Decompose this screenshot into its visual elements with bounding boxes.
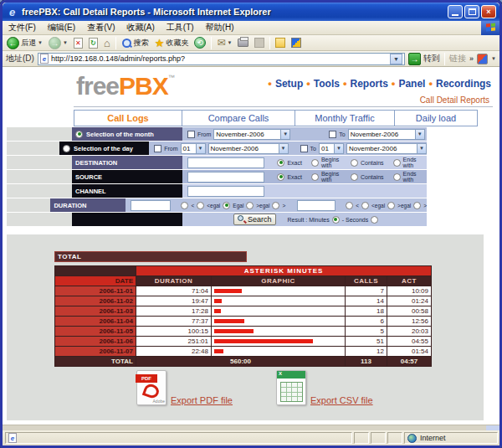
home-icon: ⌂ [104, 38, 110, 49]
month-from-checkbox[interactable] [187, 131, 195, 138]
links-chevron-icon[interactable]: » [469, 54, 474, 63]
date-cell[interactable]: 2006-11-02 [55, 296, 136, 306]
day-from-checkbox[interactable] [154, 145, 161, 152]
duration-min-input[interactable] [131, 200, 171, 211]
duration-gte-radio[interactable] [246, 202, 254, 209]
export-pdf-link[interactable]: Export PDF file [171, 395, 233, 405]
duration2-gt-radio[interactable] [413, 202, 421, 209]
address-input[interactable]: e http://192.168.0.148/admin/reports.php… [38, 53, 405, 65]
source-input[interactable] [187, 172, 264, 183]
duration-max-input[interactable] [297, 200, 336, 211]
month-mode-radio[interactable] [75, 131, 83, 138]
menu-favorites[interactable]: 收藏(A) [120, 21, 160, 34]
history-button[interactable]: ⟲ [192, 37, 207, 49]
horizontal-scrollbar[interactable] [3, 425, 499, 430]
channel-input[interactable] [187, 186, 264, 197]
menu-help[interactable]: 帮助(H) [200, 21, 240, 34]
duration-gt-radio[interactable] [272, 202, 279, 209]
duration2-lt-radio[interactable] [346, 202, 353, 209]
month-to-checkbox[interactable] [329, 131, 336, 138]
favorites-button[interactable]: ★ 收藏夹 [153, 38, 191, 49]
nav-panel[interactable]: Panel [398, 78, 425, 90]
address-dropdown-icon[interactable]: ▼ [390, 54, 402, 64]
source-exact-radio[interactable] [277, 173, 284, 181]
extension-dropdown-icon[interactable]: ▼ [491, 56, 496, 61]
result-minutes-radio[interactable] [332, 216, 340, 224]
asterisk-minutes-banner: ASTERISK MINUTES [136, 266, 432, 276]
print-button[interactable] [236, 39, 250, 47]
col-act: ACT [387, 276, 432, 286]
day-to-checkbox[interactable] [300, 145, 308, 152]
tab-monthly-traffic[interactable]: Monthly Traffic [295, 110, 395, 126]
date-cell[interactable]: 2006-11-01 [55, 286, 136, 296]
destination-begins-radio[interactable] [311, 159, 319, 167]
tab-call-logs[interactable]: Call Logs [74, 110, 182, 126]
links-label[interactable]: 链接 [449, 53, 466, 64]
forward-button[interactable]: → ▼ [47, 37, 69, 49]
nav-reports[interactable]: Reports [351, 78, 388, 90]
menu-file[interactable]: 文件(F) [3, 21, 42, 34]
destination-input[interactable] [187, 157, 264, 168]
month-from-select[interactable]: November-2006▼ [213, 129, 290, 140]
from-label: From [164, 146, 177, 152]
menu-view[interactable]: 查看(V) [81, 21, 120, 34]
tab-compare-calls[interactable]: Compare Calls [182, 110, 295, 126]
edit-button[interactable] [253, 38, 266, 48]
menu-edit[interactable]: 编辑(E) [42, 21, 81, 34]
result-seconds-radio[interactable] [371, 216, 378, 224]
favorites-label: 收藏夹 [166, 38, 188, 49]
day-from-month-select[interactable]: November-2006▼ [208, 143, 289, 154]
go-button[interactable]: → 转到 [408, 53, 440, 65]
export-csv-link[interactable]: Export CSV file [310, 395, 373, 405]
title-bar[interactable]: e freePBX: Call Detail Reports - Microso… [3, 3, 499, 21]
pdf-file-icon[interactable]: PDF Adobe [136, 370, 166, 405]
duration-bar-cell [212, 327, 346, 337]
extension-icon[interactable] [477, 54, 488, 64]
date-cell[interactable]: 2006-11-04 [55, 317, 136, 327]
minimize-button[interactable] [448, 5, 463, 18]
destination-exact-radio[interactable] [277, 159, 284, 167]
date-cell[interactable]: 2006-11-07 [55, 347, 136, 357]
duration2-lte-radio[interactable] [361, 202, 369, 209]
maximize-button[interactable] [464, 5, 479, 18]
day-to-month-select[interactable]: November-2006▼ [346, 143, 427, 154]
discuss-button[interactable] [274, 38, 287, 48]
csv-file-icon[interactable]: X [276, 370, 306, 405]
menu-tools[interactable]: 工具(T) [161, 21, 200, 34]
home-button[interactable]: ⌂ [102, 38, 112, 49]
date-cell[interactable]: 2006-11-06 [55, 337, 136, 347]
stop-button[interactable]: ✕ [72, 38, 85, 49]
search-submit-button[interactable]: Search [233, 214, 276, 225]
duration-lte-radio[interactable] [197, 202, 204, 209]
back-button[interactable]: ← 后退 ▼ [5, 37, 44, 49]
destination-ends-radio[interactable] [393, 159, 401, 167]
destination-contains-radio[interactable] [351, 159, 358, 167]
tab-daily-load[interactable]: Daily load [394, 110, 478, 126]
month-to-select[interactable]: November-2006▼ [348, 129, 425, 140]
mail-button[interactable]: ✉ ▼ [215, 38, 233, 48]
day-to-select[interactable]: 01▼ [319, 143, 344, 154]
source-ends-radio[interactable] [393, 173, 401, 181]
duration-eq-radio[interactable] [223, 202, 230, 209]
duration2-gte-radio[interactable] [387, 202, 395, 209]
date-cell[interactable]: 2006-11-03 [55, 306, 136, 317]
date-cell[interactable]: 2006-11-05 [55, 327, 136, 337]
nav-tools[interactable]: Tools [314, 78, 340, 90]
cdr-table: ASTERISK MINUTES DATE DURATION GRAPHIC C… [54, 265, 432, 367]
messenger-button[interactable] [289, 38, 303, 48]
source-begins-radio[interactable] [311, 173, 319, 181]
nav-setup[interactable]: Setup [275, 78, 303, 90]
day-mode-radio[interactable] [63, 145, 70, 152]
status-zone-label: Internet [420, 434, 446, 442]
close-button[interactable]: × [481, 5, 496, 18]
duration-lt-radio[interactable] [181, 202, 188, 209]
search-button[interactable]: 搜索 [120, 38, 151, 49]
source-contains-radio[interactable] [351, 173, 358, 181]
day-from-select[interactable]: 01▼ [181, 143, 206, 154]
forward-dropdown-icon[interactable]: ▼ [63, 40, 68, 45]
nav-recordings[interactable]: Recordings [436, 78, 491, 90]
refresh-button[interactable]: ↻ [87, 38, 100, 49]
mail-dropdown-icon[interactable]: ▼ [227, 40, 232, 45]
back-dropdown-icon[interactable]: ▼ [38, 40, 43, 45]
col-duration: DURATION [136, 276, 212, 286]
